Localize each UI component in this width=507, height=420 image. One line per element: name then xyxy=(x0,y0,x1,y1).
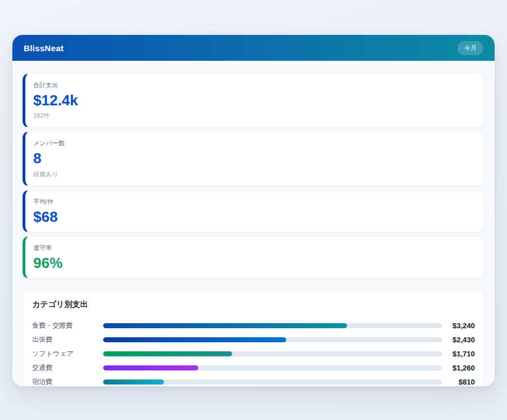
category-value: $1,710 xyxy=(446,350,475,358)
category-label: ソフトウェア xyxy=(32,349,100,359)
category-section-title: カテゴリ別支出 xyxy=(32,300,475,310)
stat-card: 遵守率 96% xyxy=(23,236,484,279)
stat-card: 合計支出 $12.4k 182件 xyxy=(23,73,484,128)
category-label: 食費・交際費 xyxy=(32,321,100,330)
category-bar-track xyxy=(103,323,442,328)
category-row: 宿泊費 $810 xyxy=(32,375,475,386)
stat-label: メンバー数 xyxy=(33,139,474,148)
category-row-list: 食費・交際費 $3,240 出張費 $2,430 ソフトウェア $1,710 交… xyxy=(32,319,475,386)
stat-label: 平均/件 xyxy=(33,198,474,206)
page-background: BlissNeat 今月 合計支出 $12.4k 182件 メンバー数 8 経費… xyxy=(0,0,507,420)
app-title: BlissNeat xyxy=(24,43,64,53)
stat-label: 合計支出 xyxy=(33,81,474,90)
category-value: $810 xyxy=(446,378,475,386)
category-bar-fill xyxy=(103,351,232,356)
category-bar-track xyxy=(103,379,442,385)
stat-card-list: 合計支出 $12.4k 182件 メンバー数 8 経費あり 平均/件 $68 遵… xyxy=(23,73,484,279)
stat-value: 8 xyxy=(33,151,474,166)
stat-card: メンバー数 8 経費あり xyxy=(23,131,484,186)
stat-card: 平均/件 $68 xyxy=(23,190,484,233)
category-bar-fill xyxy=(103,365,198,370)
category-row: 交通費 $1,260 xyxy=(32,361,475,375)
category-bar-fill xyxy=(103,379,164,385)
category-bar-track xyxy=(103,365,442,370)
period-badge[interactable]: 今月 xyxy=(457,41,483,55)
category-bar-fill xyxy=(103,323,347,328)
category-value: $1,260 xyxy=(446,364,475,372)
stat-subtext: 182件 xyxy=(33,111,474,120)
dashboard-content: 合計支出 $12.4k 182件 メンバー数 8 経費あり 平均/件 $68 遵… xyxy=(12,61,495,386)
category-row: 食費・交際費 $3,240 xyxy=(32,319,475,333)
category-spending-card: カテゴリ別支出 食費・交際費 $3,240 出張費 $2,430 ソフトウェア … xyxy=(23,290,484,386)
stat-value: $12.4k xyxy=(33,93,474,108)
app-header: BlissNeat 今月 xyxy=(12,35,495,61)
dashboard-panel: BlissNeat 今月 合計支出 $12.4k 182件 メンバー数 8 経費… xyxy=(12,35,495,386)
stat-value: $68 xyxy=(33,209,474,225)
category-label: 宿泊費 xyxy=(32,377,100,386)
category-value: $2,430 xyxy=(446,336,475,344)
stat-value: 96% xyxy=(33,256,474,271)
category-row: 出張費 $2,430 xyxy=(32,333,475,347)
category-bar-fill xyxy=(103,337,286,342)
category-bar-track xyxy=(103,337,442,342)
category-label: 交通費 xyxy=(32,363,100,373)
category-value: $3,240 xyxy=(446,321,475,330)
stat-subtext: 経費あり xyxy=(33,170,474,178)
category-label: 出張費 xyxy=(32,335,100,345)
category-row: ソフトウェア $1,710 xyxy=(32,347,475,361)
category-bar-track xyxy=(103,351,442,356)
stat-label: 遵守率 xyxy=(33,244,474,252)
